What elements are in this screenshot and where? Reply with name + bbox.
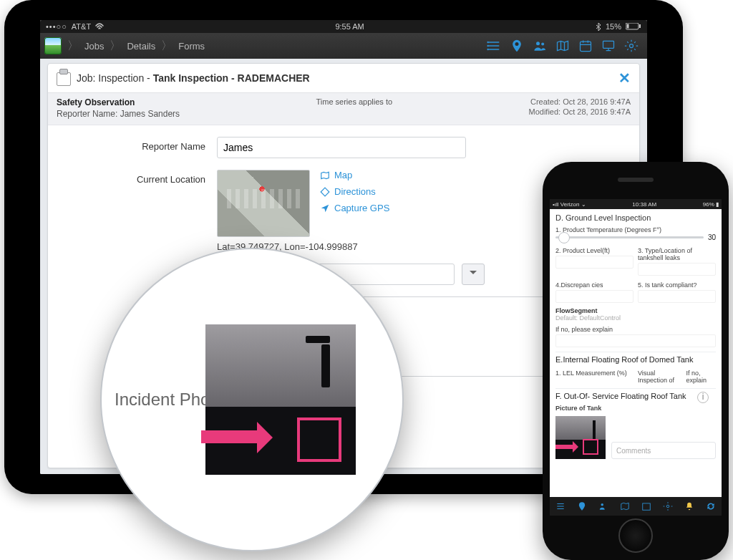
time-series-label: Time series applies to bbox=[194, 97, 514, 119]
battery-icon bbox=[626, 23, 641, 30]
svg-point-5 bbox=[487, 49, 489, 51]
job-title: Job: Inspection - Tank Inspection - RADE… bbox=[77, 72, 310, 84]
chevron-right-icon: 〉 bbox=[161, 40, 173, 52]
section-e-head: E.Internal Floating Roof of Domed Tank bbox=[555, 352, 716, 364]
map-pin-icon[interactable] bbox=[577, 501, 587, 511]
chevron-down-icon bbox=[470, 271, 477, 278]
magnifier-overlay: Incident Photo bbox=[100, 248, 404, 551]
annotation-box-icon bbox=[583, 439, 598, 455]
svg-rect-13 bbox=[643, 503, 651, 510]
annotation-box-icon bbox=[297, 417, 341, 462]
q5-label: 5. Is tank compliant? bbox=[638, 281, 716, 289]
sync-icon[interactable] bbox=[706, 501, 716, 511]
iphone-statusbar: •ıll Verizon ⌄ 10:38 AM 96% ▮ bbox=[550, 199, 722, 209]
home-button[interactable] bbox=[618, 518, 653, 553]
info-icon[interactable]: i bbox=[697, 392, 709, 403]
statusbar-time: 9:55 AM bbox=[335, 22, 364, 31]
svg-point-4 bbox=[487, 45, 489, 47]
q2-label: 2. Product Level(ft) bbox=[555, 247, 634, 254]
flowsegment-default: Default: DefaultControl bbox=[555, 314, 716, 322]
svg-rect-10 bbox=[603, 41, 614, 48]
q2-input[interactable] bbox=[555, 256, 634, 269]
bluetooth-icon bbox=[596, 23, 601, 31]
q1-label: 1. Product Temperature (Degrees F°) bbox=[555, 226, 716, 233]
svg-point-11 bbox=[630, 44, 634, 48]
statusbar: •••○○ AT&T 9:55 AM 15% bbox=[40, 20, 647, 33]
list-icon[interactable] bbox=[487, 39, 501, 53]
q3-input[interactable] bbox=[638, 263, 716, 276]
section-f-head: F. Out-Of- Service Floating Roof Tank i bbox=[555, 388, 716, 400]
chevron-right-icon: 〉 bbox=[67, 40, 79, 52]
chevron-right-icon: 〉 bbox=[110, 40, 121, 52]
calendar-icon[interactable] bbox=[578, 39, 593, 53]
incident-dropdown-button[interactable] bbox=[462, 264, 485, 285]
wifi-icon bbox=[95, 23, 104, 30]
picture-label: Picture of Tank bbox=[555, 405, 716, 412]
incident-photo bbox=[205, 324, 356, 475]
map-icon bbox=[320, 170, 330, 180]
signal-dots-icon: •••○○ bbox=[46, 22, 67, 31]
created-stamp: Created: Oct 28, 2016 9:47A bbox=[529, 97, 631, 106]
q4-label: 4.Discrepan cies bbox=[555, 281, 634, 289]
svg-rect-9 bbox=[581, 42, 591, 51]
navbar: 〉 Jobs 〉 Details 〉 Forms bbox=[40, 33, 647, 59]
battery-pct: 15% bbox=[606, 22, 621, 31]
location-arrow-icon bbox=[320, 203, 330, 213]
breadcrumb-jobs[interactable]: Jobs bbox=[84, 41, 104, 52]
svg-rect-1 bbox=[639, 24, 641, 28]
calendar-icon[interactable] bbox=[641, 501, 651, 511]
reporter-name-input[interactable] bbox=[217, 137, 466, 158]
iphone-tabbar bbox=[550, 497, 722, 516]
ifno-label: If no, please explain bbox=[555, 326, 716, 333]
svg-point-8 bbox=[541, 43, 544, 46]
temperature-slider[interactable] bbox=[555, 236, 704, 238]
breadcrumb-details[interactable]: Details bbox=[127, 41, 155, 52]
svg-point-6 bbox=[515, 42, 519, 46]
capture-gps-link[interactable]: Capture GPS bbox=[320, 203, 389, 213]
flowsegment-label: FlowSegment bbox=[555, 307, 716, 314]
people-icon[interactable] bbox=[598, 501, 608, 511]
presentation-icon[interactable] bbox=[601, 39, 616, 53]
gear-icon[interactable] bbox=[624, 39, 639, 53]
map-icon[interactable] bbox=[620, 501, 630, 511]
observation-title: Safety Observation bbox=[57, 97, 180, 107]
temperature-value: 30 bbox=[708, 233, 716, 241]
svg-point-7 bbox=[536, 42, 540, 45]
map-thumbnail[interactable] bbox=[217, 170, 310, 237]
svg-point-14 bbox=[666, 505, 669, 508]
svg-point-3 bbox=[487, 42, 489, 44]
breadcrumb-forms[interactable]: Forms bbox=[178, 41, 205, 52]
q5-input[interactable] bbox=[638, 290, 716, 303]
app-logo-icon[interactable] bbox=[44, 37, 62, 54]
annotation-arrow-icon bbox=[201, 425, 287, 446]
section-d-head: D. Ground Level Inspection bbox=[555, 213, 716, 222]
reporter-line: Reporter Name: James Sanders bbox=[57, 109, 180, 119]
q4-input[interactable] bbox=[555, 290, 634, 303]
map-icon[interactable] bbox=[555, 39, 570, 53]
comments-input[interactable]: Comments bbox=[611, 442, 716, 459]
current-location-label: Current Location bbox=[62, 170, 205, 185]
bell-icon[interactable] bbox=[684, 501, 694, 511]
e-q2-label: Visual Inspection of bbox=[638, 370, 683, 384]
q3-label: 3. Type/Location of tankshell leaks bbox=[638, 247, 716, 261]
close-icon[interactable]: ✕ bbox=[618, 69, 631, 87]
svg-rect-2 bbox=[627, 24, 629, 29]
map-link[interactable]: Map bbox=[320, 170, 389, 180]
card-meta: Safety Observation Reporter Name: James … bbox=[48, 93, 639, 125]
ifno-input[interactable] bbox=[555, 334, 716, 347]
e-q3-label: If no, explain bbox=[686, 370, 716, 384]
people-icon[interactable] bbox=[533, 39, 547, 53]
directions-icon bbox=[320, 187, 330, 197]
list-icon[interactable] bbox=[555, 501, 565, 511]
reporter-name-label: Reporter Name bbox=[62, 137, 205, 152]
iphone-screen: •ıll Verizon ⌄ 10:38 AM 96% ▮ D. Ground … bbox=[550, 199, 722, 516]
carrier-label: AT&T bbox=[72, 22, 91, 31]
e-q1-label: 1. LEL Measurement (%) bbox=[555, 370, 634, 377]
map-pin-icon[interactable] bbox=[510, 39, 524, 53]
card-header: Job: Inspection - Tank Inspection - RADE… bbox=[48, 64, 639, 93]
clipboard-icon bbox=[57, 70, 71, 86]
gear-icon[interactable] bbox=[663, 501, 673, 511]
directions-link[interactable]: Directions bbox=[320, 186, 389, 197]
tank-photo-thumbnail[interactable] bbox=[555, 416, 606, 459]
annotation-arrow-icon bbox=[555, 443, 584, 450]
